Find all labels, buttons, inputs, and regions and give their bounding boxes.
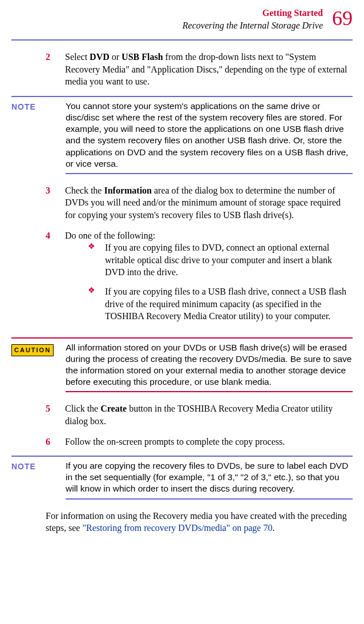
note-text: You cannot store your system's applicati…	[66, 100, 353, 170]
step-text: Follow the on-screen prompts to complete…	[65, 436, 353, 448]
step-number: 5	[46, 402, 65, 427]
note-block-1: NOTE You cannot store your system's appl…	[0, 96, 364, 174]
note-row: NOTE You cannot store your system's appl…	[0, 97, 364, 173]
header-divider	[11, 39, 353, 41]
trailing-paragraph: For information on using the Recovery me…	[11, 510, 353, 534]
content-block-2: 3 Check the Information area of the dial…	[0, 184, 364, 329]
caution-badge: CAUTION	[11, 344, 54, 356]
diamond-icon: ❖	[88, 241, 105, 279]
content-block-3: 5 Click the Create button in the TOSHIBA…	[0, 402, 364, 448]
step-text: Select DVD or USB Flash from the drop-do…	[65, 51, 353, 88]
caution-row: CAUTION All information stored on your D…	[0, 339, 364, 392]
step-number: 2	[46, 51, 65, 88]
step-2: 2 Select DVD or USB Flash from the drop-…	[11, 51, 353, 88]
cross-reference-link[interactable]: "Restoring from recovery DVDs/media" on …	[82, 523, 272, 533]
bullet-text: If you are copying files to a USB flash …	[105, 285, 353, 323]
bullet-item: ❖ If you are copying files to a USB flas…	[65, 285, 353, 323]
section-title: Recovering the Internal Storage Drive	[183, 21, 323, 30]
note-rule-bottom	[66, 173, 353, 174]
page-number: 69	[332, 5, 353, 33]
diamond-icon: ❖	[88, 285, 105, 323]
content-block-4: For information on using the Recovery me…	[0, 510, 364, 534]
note-label: NOTE	[11, 100, 66, 170]
bullet-text: If you are copying files to DVD, connect…	[105, 241, 353, 279]
header-text: Getting Started Recovering the Internal …	[183, 7, 323, 31]
caution-block: CAUTION All information stored on your D…	[0, 337, 364, 393]
step-6: 6 Follow the on-screen prompts to comple…	[11, 436, 353, 448]
caution-text: All information stored on your DVDs or U…	[66, 342, 353, 388]
bullet-item: ❖ If you are copying files to DVD, conne…	[65, 241, 353, 279]
step-text: Do one of the following: ❖ If you are co…	[65, 230, 353, 329]
page-header: Getting Started Recovering the Internal …	[0, 0, 364, 36]
step-text: Check the Information area of the dialog…	[65, 184, 353, 222]
note-rule-bottom	[66, 498, 353, 500]
page-content: 2 Select DVD or USB Flash from the drop-…	[0, 51, 364, 88]
caution-label-wrap: CAUTION	[11, 342, 66, 356]
step-number: 4	[46, 230, 65, 329]
caution-rule-bottom	[66, 391, 353, 392]
chapter-title: Getting Started	[262, 8, 323, 18]
step-number: 6	[46, 436, 65, 448]
step-3: 3 Check the Information area of the dial…	[11, 184, 353, 222]
step-5: 5 Click the Create button in the TOSHIBA…	[11, 402, 353, 427]
step4-bullets: ❖ If you are copying files to DVD, conne…	[65, 241, 353, 323]
step-text: Click the Create button in the TOSHIBA R…	[65, 402, 353, 427]
note-block-2: NOTE If you are copying the recovery fil…	[0, 456, 364, 499]
note-text: If you are copying the recovery files to…	[66, 460, 353, 494]
note-label: NOTE	[11, 460, 66, 494]
step-4: 4 Do one of the following: ❖ If you are …	[11, 230, 353, 329]
step-number: 3	[46, 184, 65, 222]
note-row: NOTE If you are copying the recovery fil…	[0, 457, 364, 498]
